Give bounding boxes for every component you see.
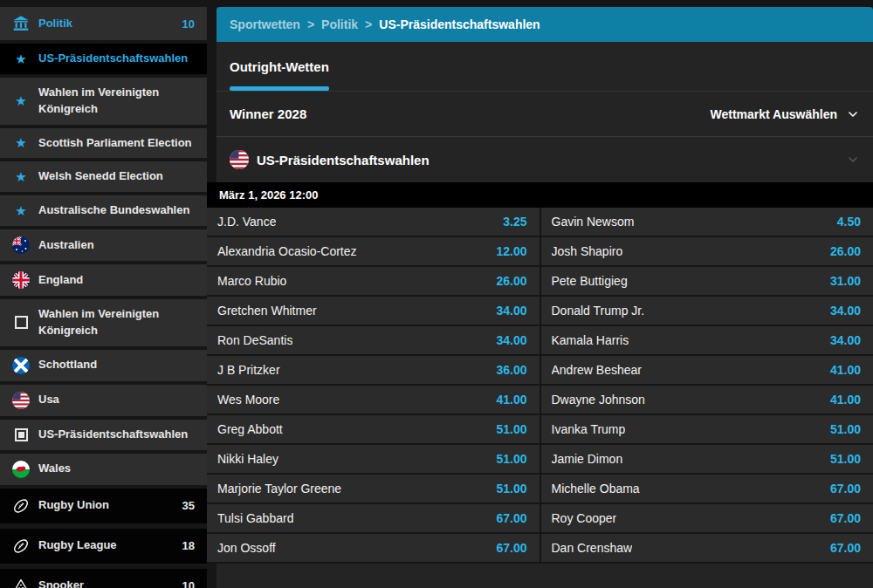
- candidate-name: Tulsi Gabbard: [217, 511, 293, 525]
- breadcrumb-sportwetten[interactable]: Sportwetten: [230, 17, 300, 31]
- bet-option[interactable]: Andrew Beshear41.00: [540, 356, 873, 386]
- sidebar-item-label: Scottish Parliament Election: [38, 135, 192, 152]
- bet-option[interactable]: Marco Rubio26.00: [207, 267, 540, 297]
- odds-value[interactable]: 34.00: [487, 304, 526, 318]
- market-select-dropdown[interactable]: Wettmarkt Auswählen: [711, 107, 860, 121]
- sidebar-item-wales[interactable]: Wales: [0, 454, 207, 485]
- chevron-down-icon[interactable]: [846, 153, 860, 167]
- bet-option[interactable]: Alexandria Ocasio-Cortez12.00: [207, 237, 540, 267]
- odds-value[interactable]: 41.00: [821, 393, 861, 407]
- candidate-name: Alexandria Ocasio-Cortez: [217, 244, 357, 258]
- odds-value[interactable]: 34.00: [487, 333, 526, 347]
- sidebar-item-scottish-parliament-election[interactable]: ★ Scottish Parliament Election: [0, 128, 207, 159]
- breadcrumb-politik[interactable]: Politik: [321, 17, 358, 31]
- candidate-name: J B Pritzker: [217, 363, 280, 377]
- odds-value[interactable]: 4.50: [828, 215, 861, 229]
- odds-row: Marjorie Taylor Greene51.00 Michelle Oba…: [207, 475, 873, 504]
- sidebar-item-us-praesidentschaftswahlen-2[interactable]: US-Präsidentschaftswahlen: [0, 420, 207, 450]
- app: Politik 10 ★ US-Präsidentschaftswahlen ★…: [0, 0, 873, 588]
- bet-option[interactable]: Dwayne Johnson41.00: [540, 386, 873, 415]
- candidate-name: Jon Ossoff: [217, 541, 276, 555]
- odds-value[interactable]: 34.00: [821, 304, 861, 318]
- sidebar: Politik 10 ★ US-Präsidentschaftswahlen ★…: [0, 7, 207, 588]
- sidebar-item-count: 35: [175, 499, 195, 512]
- tab-outright-wetten[interactable]: Outright-Wetten: [230, 59, 329, 91]
- breadcrumb-separator: >: [307, 17, 314, 31]
- odds-value[interactable]: 67.00: [487, 541, 526, 555]
- bank-icon: [10, 14, 31, 33]
- odds-row: Marco Rubio26.00 Pete Buttigieg31.00: [207, 267, 873, 297]
- section-header[interactable]: US-Präsidentschaftswahlen: [217, 137, 873, 182]
- candidate-name: Dan Crenshaw: [552, 541, 633, 555]
- candidate-name: Ron DeSantis: [217, 333, 292, 347]
- bet-option[interactable]: Ivanka Trump51.00: [540, 415, 873, 445]
- sidebar-item-rugby-league[interactable]: Rugby League 18: [0, 529, 207, 564]
- odds-value[interactable]: 51.00: [821, 422, 861, 436]
- rugby-ball-icon: [10, 496, 31, 516]
- sidebar-item-politik[interactable]: Politik 10: [0, 7, 207, 40]
- odds-value[interactable]: 67.00: [821, 511, 861, 525]
- sidebar-item-wahlen-vereinigtes-koenigreich[interactable]: ★ Wahlen im Vereinigten Königreich: [0, 78, 207, 125]
- bet-option[interactable]: J.D. Vance3.25: [207, 208, 540, 237]
- odds-value[interactable]: 51.00: [487, 422, 526, 436]
- bet-option[interactable]: Ron DeSantis34.00: [207, 326, 540, 356]
- bet-option[interactable]: Roy Cooper67.00: [540, 504, 873, 534]
- odds-row: Wes Moore41.00 Dwayne Johnson41.00: [207, 386, 873, 415]
- bet-option[interactable]: Josh Shapiro26.00: [540, 237, 873, 267]
- odds-value[interactable]: 51.00: [821, 452, 861, 466]
- bet-option[interactable]: Gavin Newsom4.50: [540, 208, 873, 237]
- odds-value[interactable]: 26.00: [487, 274, 526, 288]
- odds-value[interactable]: 41.00: [487, 393, 526, 407]
- sidebar-item-wahlen-vereinigtes-koenigreich-2[interactable]: Wahlen im Vereinigten Königreich: [0, 299, 207, 346]
- sidebar-item-us-praesidentschaftswahlen[interactable]: ★ US-Präsidentschaftswahlen: [0, 44, 207, 74]
- bet-option[interactable]: Michelle Obama67.00: [540, 475, 873, 504]
- checkbox-outline-icon: [10, 316, 31, 329]
- odds-row: J B Pritzker36.00 Andrew Beshear41.00: [207, 356, 873, 386]
- odds-value[interactable]: 3.25: [494, 215, 526, 229]
- candidate-name: Dwayne Johnson: [552, 393, 645, 407]
- sidebar-item-label: England: [38, 272, 83, 289]
- bet-option[interactable]: Dan Crenshaw67.00: [540, 534, 873, 564]
- sidebar-item-schottland[interactable]: Schottland: [0, 350, 207, 381]
- odds-value[interactable]: 26.00: [821, 244, 861, 258]
- candidate-name: Ivanka Trump: [552, 422, 626, 436]
- candidate-name: Wes Moore: [217, 393, 279, 407]
- candidate-name: Donald Trump Jr.: [552, 304, 645, 318]
- bet-option[interactable]: Pete Buttigieg31.00: [540, 267, 873, 297]
- odds-value[interactable]: 67.00: [821, 541, 861, 555]
- odds-value[interactable]: 36.00: [487, 363, 526, 377]
- bet-option[interactable]: Greg Abbott51.00: [207, 415, 540, 445]
- odds-value[interactable]: 31.00: [821, 274, 861, 288]
- odds-value[interactable]: 67.00: [487, 511, 526, 525]
- bet-option[interactable]: Jon Ossoff67.00: [207, 534, 540, 564]
- bet-option[interactable]: Kamala Harris34.00: [540, 326, 873, 356]
- bet-option[interactable]: Wes Moore41.00: [207, 386, 540, 415]
- sidebar-item-rugby-union[interactable]: Rugby Union 35: [0, 489, 207, 523]
- event-date: März 1, 2026 12:00: [207, 182, 873, 208]
- odds-value[interactable]: 34.00: [821, 333, 861, 347]
- bet-option[interactable]: Donald Trump Jr.34.00: [540, 297, 873, 326]
- odds-value[interactable]: 41.00: [821, 363, 861, 377]
- bet-option[interactable]: Marjorie Taylor Greene51.00: [207, 475, 540, 504]
- bet-option[interactable]: Nikki Haley51.00: [207, 445, 540, 475]
- bet-option[interactable]: Gretchen Whitmer34.00: [207, 297, 540, 326]
- snooker-triangle-icon: [10, 577, 31, 588]
- odds-value[interactable]: 12.00: [487, 244, 526, 258]
- sidebar-item-count: 10: [175, 17, 195, 31]
- bet-option[interactable]: Tulsi Gabbard67.00: [207, 504, 540, 534]
- odds-value[interactable]: 51.00: [487, 482, 526, 496]
- market-title: Winner 2028: [230, 106, 306, 121]
- sidebar-item-snooker[interactable]: Snooker 10: [0, 569, 207, 588]
- sidebar-item-usa[interactable]: Usa: [0, 385, 207, 416]
- sidebar-item-australische-bundeswahlen[interactable]: ★ Australische Bundeswahlen: [0, 195, 207, 226]
- candidate-name: Jamie Dimon: [552, 452, 623, 466]
- bet-option[interactable]: Jamie Dimon51.00: [540, 445, 873, 475]
- sidebar-item-welsh-senedd-election[interactable]: ★ Welsh Senedd Election: [0, 161, 207, 192]
- odds-value[interactable]: 51.00: [487, 452, 526, 466]
- section-title: US-Präsidentschaftswahlen: [257, 153, 430, 168]
- star-icon: ★: [10, 170, 31, 183]
- bet-option[interactable]: J B Pritzker36.00: [207, 356, 540, 386]
- sidebar-item-england[interactable]: England: [0, 264, 207, 296]
- odds-value[interactable]: 67.00: [821, 482, 861, 496]
- sidebar-item-australien[interactable]: Australien: [0, 229, 207, 261]
